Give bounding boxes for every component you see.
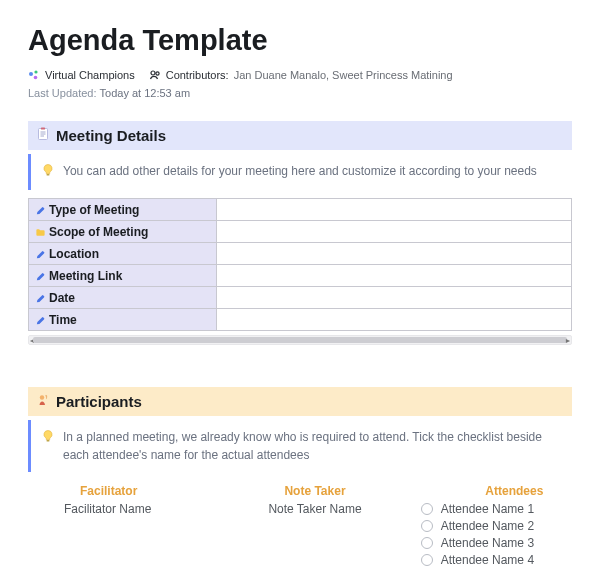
svg-point-11 [40,395,44,399]
attendee-radio[interactable] [421,554,433,566]
contributors-icon [149,69,161,81]
row-label-text: Time [49,313,77,327]
col-head-notetaker: Note Taker [239,484,390,498]
meeting-details-table: Type of MeetingScope of MeetingLocationM… [28,198,572,331]
attendee-item: Attendee Name 4 [421,553,572,567]
contributors-names: Jan Duane Manalo, Sweet Princess Matinin… [234,69,453,81]
row-label-text: Location [49,247,99,261]
attendee-item: Attendee Name 2 [421,519,572,533]
svg-point-1 [34,70,37,73]
row-label[interactable]: Time [29,309,217,331]
page-title: Agenda Template [28,24,572,57]
row-value[interactable] [217,287,572,309]
row-label-text: Scope of Meeting [49,225,148,239]
contributors-label: Contributors: [166,69,229,81]
clipboard-icon [36,127,50,144]
pen-icon [35,205,46,216]
row-label[interactable]: Scope of Meeting [29,221,217,243]
callout-meeting-text: You can add other details for your meeti… [63,162,537,182]
table-row: Location [29,243,572,265]
table-row: Type of Meeting [29,199,572,221]
attendee-item: Attendee Name 1 [421,502,572,516]
attendee-name: Attendee Name 4 [441,553,534,567]
lightbulb-icon [41,163,55,182]
attendees-list: Attendee Name 1Attendee Name 2Attendee N… [421,502,572,570]
horizontal-scrollbar[interactable]: ◄ ► [28,335,572,345]
svg-point-4 [156,72,159,75]
row-label[interactable]: Meeting Link [29,265,217,287]
attendee-name: Attendee Name 2 [441,519,534,533]
participants-grid: Facilitator Note Taker Attendees Facilit… [28,480,572,570]
section-title-meeting: Meeting Details [56,127,166,144]
svg-rect-12 [47,440,50,442]
raising-hand-icon [36,393,50,410]
workspace-chip[interactable]: Virtual Champions [28,69,135,81]
svg-rect-10 [47,174,50,176]
row-value[interactable] [217,199,572,221]
section-header-meeting: Meeting Details [28,121,572,150]
col-head-attendees: Attendees [421,484,572,498]
pen-icon [35,271,46,282]
attendee-name: Attendee Name 3 [441,536,534,550]
table-row: Meeting Link [29,265,572,287]
svg-point-3 [151,71,155,75]
scroll-right-arrow-icon[interactable]: ► [563,336,573,344]
row-value[interactable] [217,309,572,331]
section-title-participants: Participants [56,393,142,410]
contributors-chip[interactable]: Contributors: Jan Duane Manalo, Sweet Pr… [149,69,453,81]
row-label[interactable]: Type of Meeting [29,199,217,221]
svg-point-0 [29,72,33,76]
callout-participants-text: In a planned meeting, we already know wh… [63,428,562,464]
workspace-icon [28,69,40,81]
row-value[interactable] [217,243,572,265]
pen-icon [35,249,46,260]
row-label-text: Meeting Link [49,269,122,283]
folder-icon [35,227,46,238]
table-row: Scope of Meeting [29,221,572,243]
meta-row: Virtual Champions Contributors: Jan Duan… [28,69,572,81]
row-label[interactable]: Location [29,243,217,265]
callout-meeting: You can add other details for your meeti… [28,154,572,190]
svg-point-2 [34,76,38,80]
svg-rect-6 [41,128,45,130]
pen-icon [35,315,46,326]
col-head-facilitator: Facilitator [58,484,209,498]
row-value[interactable] [217,265,572,287]
section-header-participants: Participants [28,387,572,416]
row-label-text: Date [49,291,75,305]
row-value[interactable] [217,221,572,243]
last-updated: Last Updated: Today at 12:53 am [28,87,572,99]
lightbulb-icon [41,429,55,464]
callout-participants: In a planned meeting, we already know wh… [28,420,572,472]
row-label-text: Type of Meeting [49,203,139,217]
facilitator-value: Facilitator Name [58,502,209,570]
attendee-radio[interactable] [421,520,433,532]
attendee-item: Attendee Name 3 [421,536,572,550]
document-page: Agenda Template Virtual Champions Contri… [0,0,600,570]
pen-icon [35,293,46,304]
spacer [28,345,572,387]
attendee-radio[interactable] [421,537,433,549]
scrollbar-thumb[interactable] [33,337,567,343]
notetaker-value: Note Taker Name [239,502,390,570]
last-updated-label: Last Updated: [28,87,97,99]
attendee-name: Attendee Name 1 [441,502,534,516]
workspace-name: Virtual Champions [45,69,135,81]
row-label[interactable]: Date [29,287,217,309]
table-row: Date [29,287,572,309]
last-updated-value: Today at 12:53 am [100,87,191,99]
attendee-radio[interactable] [421,503,433,515]
table-row: Time [29,309,572,331]
